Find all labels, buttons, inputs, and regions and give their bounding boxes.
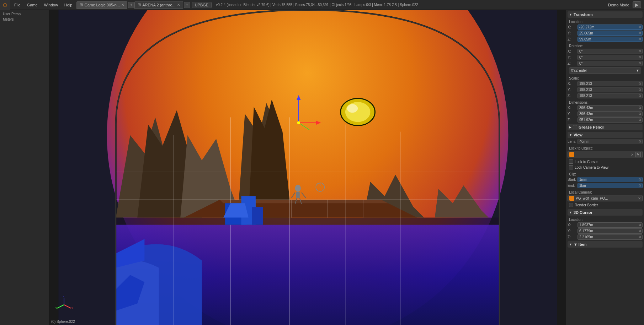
rot-x-label: X: <box>568 49 576 53</box>
sc-z-field[interactable]: 198.213 ⧉ <box>578 93 643 98</box>
render-border-checkbox[interactable] <box>569 203 573 207</box>
sc-x-value: 198.213 <box>579 82 592 86</box>
scale-label: Scale: <box>568 76 643 81</box>
tab-bar: ⊞ Game Logic 005-n... ✕ + ⊞ ARENA 2 (ant… <box>76 1 644 9</box>
dim-x-copy[interactable]: ⧉ <box>639 106 641 110</box>
tab-icon: ⊞ <box>80 2 83 7</box>
viewport[interactable]: Z X Y (0) Sphere.022 <box>50 10 566 325</box>
tab-add-btn[interactable]: + <box>128 2 134 8</box>
loc-z-field[interactable]: 99.85m ⧉ <box>578 37 643 42</box>
loc-x-field[interactable]: -20.272m ⧉ <box>578 25 643 30</box>
transform-section-header[interactable]: ▼ Transform <box>568 11 643 18</box>
tab-label: Game Logic 005-n... <box>84 3 120 7</box>
rot-z-copy[interactable]: ⧉ <box>639 61 641 65</box>
cur-y-copy[interactable]: ⧉ <box>639 229 641 233</box>
cursor-location-label: Location: <box>568 217 643 222</box>
svg-text:Z: Z <box>63 296 65 298</box>
lock-object-edit[interactable]: ✎ <box>635 152 641 157</box>
tab-arena[interactable]: ⊞ ARENA 2 (anthro... ✕ <box>134 1 183 9</box>
clip-start-row: Start: 1mm ⧉ <box>568 177 643 182</box>
rot-x-copy[interactable]: ⧉ <box>639 49 641 53</box>
menu-game[interactable]: Game <box>24 2 41 8</box>
render-border-label: Render Border <box>575 203 598 207</box>
cur-x-field[interactable]: 1.8937m ⧉ <box>578 222 643 228</box>
menu-file[interactable]: File <box>11 2 23 8</box>
blender-logo[interactable]: ⬡ <box>0 0 10 10</box>
grease-pencil-header[interactable]: ▶ Grease Pencil <box>568 124 643 130</box>
local-camera-clear[interactable]: ✕ <box>638 196 641 200</box>
rot-y-field[interactable]: 0° ⧉ <box>578 55 643 60</box>
menu-help[interactable]: Help <box>62 2 75 8</box>
tab-icon2: ⊞ <box>138 2 141 7</box>
dim-x-field[interactable]: 396.43m ⧉ <box>578 105 643 110</box>
tab-close-arena[interactable]: ✕ <box>177 3 180 7</box>
cur-z-copy[interactable]: ⧉ <box>639 235 641 239</box>
loc-x-label: X: <box>568 25 576 29</box>
lock-object-clear[interactable]: ✕ <box>631 153 634 157</box>
local-camera-label: Local Camera: <box>568 190 643 195</box>
loc-y-copy[interactable]: ⧉ <box>639 31 641 35</box>
loc-x-copy[interactable]: ⧉ <box>639 25 641 29</box>
rot-x-field[interactable]: 0° ⧉ <box>578 49 643 54</box>
loc-z-label: Z: <box>568 37 576 41</box>
lens-field[interactable]: 40mm ⧉ <box>578 139 643 144</box>
view-section: ▼ View Lens: 40mm ⧉ Lock to Object: ✕ ✎ <box>568 132 643 208</box>
clip-end-field[interactable]: 1km ⧉ <box>578 183 643 188</box>
lock-object-field[interactable]: ✕ ✎ <box>568 151 643 158</box>
dim-y-field[interactable]: 396.43m ⧉ <box>578 111 643 117</box>
demo-mode-label: Demo Mode: <box>608 3 630 7</box>
right-panel: ▼ Transform Location: X: -20.272m ⧉ Y: 2… <box>566 10 644 325</box>
item-section-header[interactable]: ▼ ▼ Item <box>568 241 643 248</box>
grease-pencil-checkbox[interactable] <box>573 125 577 129</box>
lens-label: Lens: <box>568 140 576 143</box>
lock-cursor-row: Lock to Cursor <box>568 159 643 164</box>
dim-z-field[interactable]: 951.92m ⧉ <box>578 117 643 123</box>
axes-widget: Z X Y <box>55 296 73 314</box>
cur-x-value: 1.8937m <box>579 223 593 227</box>
clip-label: Clip: <box>568 172 643 177</box>
rot-z-label: Z: <box>568 61 576 65</box>
sc-x-copy[interactable]: ⧉ <box>639 82 641 86</box>
lock-cursor-checkbox[interactable] <box>569 159 573 164</box>
left-panel: User Persp Meters <box>0 10 50 325</box>
dim-z-copy[interactable]: ⧉ <box>639 118 641 122</box>
view-section-header[interactable]: ▼ View <box>568 132 643 138</box>
lock-camera-checkbox[interactable] <box>569 165 573 169</box>
local-camera-field[interactable]: PG_wolf_cam_PO... ✕ <box>568 195 643 201</box>
clip-start-copy[interactable]: ⧉ <box>639 178 641 182</box>
tab-game-logic[interactable]: ⊞ Game Logic 005-n... ✕ <box>76 1 127 9</box>
dim-y-label: Y: <box>568 112 576 116</box>
cur-y-field[interactable]: 6.1779m ⧉ <box>578 228 643 234</box>
sc-x-field[interactable]: 198.213 ⧉ <box>578 81 643 86</box>
transform-section: ▼ Transform Location: X: -20.272m ⧉ Y: 2… <box>568 11 643 123</box>
rot-z-field[interactable]: 0° ⧉ <box>578 61 643 66</box>
sc-z-copy[interactable]: ⧉ <box>639 94 641 98</box>
tab-add-btn2[interactable]: + <box>184 2 190 8</box>
local-camera-icon <box>569 196 574 201</box>
tab-close-game-logic[interactable]: ✕ <box>121 3 124 7</box>
menu-window[interactable]: Window <box>41 2 61 8</box>
loc-z-copy[interactable]: ⧉ <box>639 37 641 41</box>
sc-y-copy[interactable]: ⧉ <box>639 88 641 92</box>
svg-point-21 <box>295 185 301 192</box>
cur-x-copy[interactable]: ⧉ <box>639 223 641 227</box>
clip-end-copy[interactable]: ⧉ <box>639 184 641 188</box>
lens-copy[interactable]: ⧉ <box>639 140 641 143</box>
loc-x-value: -20.272m <box>579 25 594 29</box>
item-section: ▼ ▼ Item <box>568 241 643 248</box>
clip-start-field[interactable]: 1mm ⧉ <box>578 177 643 182</box>
dim-y-copy[interactable]: ⧉ <box>639 112 641 116</box>
sc-y-field[interactable]: 198.213 ⧉ <box>578 87 643 92</box>
loc-y-field[interactable]: 25.665m ⧉ <box>578 31 643 36</box>
play-button[interactable]: ▶ <box>633 1 641 8</box>
transform-arrow: ▼ <box>569 13 572 16</box>
sc-x-label: X: <box>568 82 576 86</box>
cur-z-field[interactable]: 2.2165m ⧉ <box>578 234 643 240</box>
engine-selector[interactable]: UPBGE <box>192 2 212 8</box>
sc-z-row: Z: 198.213 ⧉ <box>568 93 643 98</box>
cursor-section-header[interactable]: ▼ 3D Cursor <box>568 209 643 216</box>
clip-end-label: End: <box>568 184 576 188</box>
euler-dropdown[interactable]: XYZ Euler ▼ <box>569 67 641 74</box>
scene-canvas <box>50 10 566 325</box>
rot-y-copy[interactable]: ⧉ <box>639 55 641 59</box>
